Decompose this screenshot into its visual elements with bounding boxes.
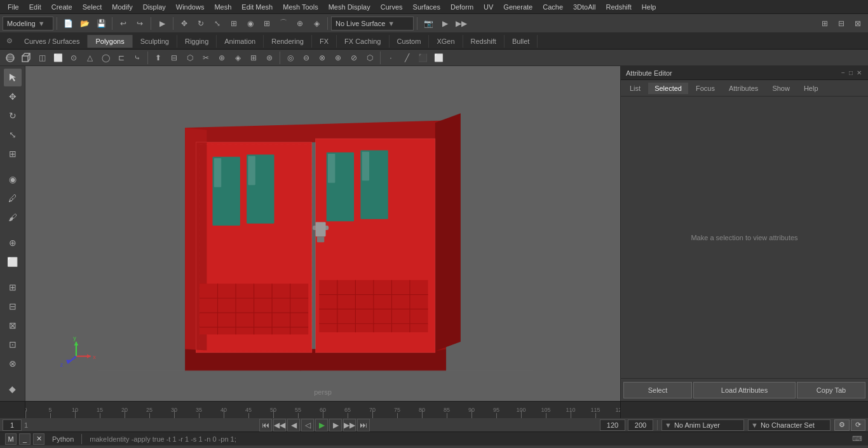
combine-btn[interactable]: ⊕ — [330, 50, 346, 65]
bc-extra-btn2[interactable]: ⟳ — [851, 419, 865, 431]
menu-curves[interactable]: Curves — [376, 2, 408, 12]
menu-edit-mesh[interactable]: Edit Mesh — [236, 2, 278, 12]
snap-view-btn[interactable]: ◈ — [309, 16, 324, 31]
load-attributes-btn[interactable]: Load Attributes — [693, 382, 796, 398]
play-fwd-btn[interactable]: ▶ — [315, 419, 328, 431]
poly-helix-btn[interactable]: ⤷ — [130, 50, 145, 65]
redo-btn[interactable]: ↪ — [132, 16, 147, 31]
maya-icon-btn[interactable]: M — [5, 433, 17, 445]
attr-tab-show[interactable]: Show — [766, 83, 796, 94]
poly-pipe-btn[interactable]: ⊏ — [114, 50, 129, 65]
render-region-tool[interactable]: ⊗ — [4, 355, 22, 372]
tab-xgen[interactable]: XGen — [429, 35, 463, 48]
snap-point-btn[interactable]: ⊕ — [292, 16, 308, 31]
tab-bullet[interactable]: Bullet — [505, 35, 538, 48]
select-edge-btn[interactable]: ╱ — [399, 50, 414, 65]
tab-redshift[interactable]: Redshift — [463, 35, 505, 48]
scale-btn[interactable]: ⤡ — [210, 16, 225, 31]
current-frame-input[interactable] — [3, 419, 22, 431]
render-btn[interactable]: ▶ — [437, 16, 452, 31]
transform-tool[interactable]: ⊞ — [4, 145, 22, 163]
prev-frame-btn[interactable]: ◀ — [287, 419, 300, 431]
tab-rigging[interactable]: Rigging — [177, 35, 217, 48]
tab-sculpting[interactable]: Sculpting — [133, 35, 177, 48]
poly-disc-btn[interactable]: ◯ — [98, 50, 113, 65]
reduce-btn[interactable]: ⬡ — [362, 50, 377, 65]
show-manip-tool[interactable]: ⊕ — [4, 234, 22, 252]
char-set-dropdown[interactable]: ▼ No Character Set — [748, 419, 831, 431]
attr-tab-selected[interactable]: Selected — [648, 83, 688, 94]
step-fwd-btn[interactable]: ▶▶ — [343, 419, 356, 431]
poly-plane-btn[interactable]: ⬜ — [50, 50, 65, 65]
camera-btn[interactable]: 📷 — [421, 16, 436, 31]
layout3-btn[interactable]: ⊠ — [850, 16, 865, 31]
marquee-tool[interactable]: ⬜ — [4, 253, 22, 271]
snap-grid-btn[interactable]: ⊞ — [259, 16, 275, 31]
menu-uv[interactable]: UV — [478, 2, 498, 12]
menu-deform[interactable]: Deform — [445, 2, 478, 12]
soft-mod-tool[interactable]: ◉ — [4, 170, 22, 188]
settings-gear-icon[interactable]: ⚙ — [3, 34, 17, 48]
select-vert-btn[interactable]: · — [383, 50, 398, 65]
minimize-btn[interactable]: _ — [19, 433, 31, 445]
extrude-btn[interactable]: ⬆ — [151, 50, 166, 65]
connect-btn[interactable]: ⊕ — [214, 50, 229, 65]
tab-polygons[interactable]: Polygons — [88, 35, 132, 48]
arnold-tool[interactable]: ◆ — [4, 380, 22, 398]
bc-extra-btn1[interactable]: ⚙ — [834, 419, 850, 431]
close-window-btn[interactable]: ✕ — [33, 433, 44, 445]
snap3-tool[interactable]: ⊠ — [4, 316, 22, 334]
snap4-tool[interactable]: ⊡ — [4, 336, 22, 353]
new-file-btn[interactable]: 📄 — [60, 16, 76, 31]
tab-custom[interactable]: Custom — [390, 35, 430, 48]
tab-curves-surfaces[interactable]: Curves / Surfaces — [17, 35, 88, 48]
paint-tool[interactable]: 🖌 — [4, 208, 22, 226]
select-uv-btn[interactable]: ⬜ — [431, 50, 446, 65]
poly-sphere-btn[interactable] — [3, 50, 18, 65]
anim-layer-dropdown[interactable]: ▼ No Anim Layer — [661, 419, 744, 431]
poly-cylinder-btn[interactable]: ◫ — [34, 50, 50, 65]
viewport-3d[interactable]: View Shading Lighting Show Renderer Pane… — [25, 66, 620, 401]
attr-restore-btn[interactable]: □ — [848, 69, 854, 76]
snap-tool[interactable]: ⊞ — [4, 278, 22, 296]
tab-animation[interactable]: Animation — [217, 35, 264, 48]
open-file-btn[interactable]: 📂 — [77, 16, 92, 31]
workspace-dropdown[interactable]: Modeling ▼ — [3, 17, 53, 31]
mirror-btn[interactable]: ⊖ — [299, 50, 314, 65]
smooth-btn[interactable]: ◎ — [283, 50, 298, 65]
range-end-input[interactable] — [628, 419, 653, 431]
select-tool[interactable] — [4, 69, 22, 86]
menu-surfaces[interactable]: Surfaces — [408, 2, 445, 12]
tab-fx-caching[interactable]: FX Caching — [337, 35, 389, 48]
play-back-btn[interactable]: ◁ — [301, 419, 314, 431]
menu-3dtoall[interactable]: 3DtoAll — [568, 2, 600, 12]
menu-display[interactable]: Display — [138, 2, 171, 12]
soft-select-btn[interactable]: ◉ — [243, 16, 258, 31]
poly-cone-btn[interactable]: △ — [82, 50, 97, 65]
range-start-input[interactable] — [600, 419, 625, 431]
menu-cache[interactable]: Cache — [538, 2, 568, 12]
attr-tab-help[interactable]: Help — [797, 83, 825, 94]
menu-select[interactable]: Select — [78, 2, 107, 12]
separate-btn[interactable]: ⊘ — [346, 50, 362, 65]
save-file-btn[interactable]: 💾 — [93, 16, 109, 31]
boolean-btn[interactable]: ⊗ — [315, 50, 330, 65]
timeline-ruler[interactable]: 0510152025303540455055606570758085909510… — [25, 402, 620, 418]
go-to-end-btn[interactable]: ⏭ — [357, 419, 370, 431]
target-weld-btn[interactable]: ⊛ — [262, 50, 277, 65]
move-tool[interactable]: ✥ — [4, 88, 22, 105]
menu-help[interactable]: Help — [637, 2, 661, 12]
menu-redshift[interactable]: Redshift — [600, 2, 636, 12]
script-editor-btn[interactable]: ⌨ — [851, 433, 863, 445]
copy-tab-btn[interactable]: Copy Tab — [797, 382, 865, 398]
menu-edit[interactable]: Edit — [24, 2, 46, 12]
tab-fx[interactable]: FX — [312, 35, 337, 48]
select-face-btn[interactable]: ⬛ — [415, 50, 430, 65]
select-mode-btn[interactable]: ▶ — [154, 16, 170, 31]
render-seq-btn[interactable]: ▶▶ — [454, 16, 469, 31]
next-frame-btn[interactable]: ▶ — [329, 419, 342, 431]
undo-btn[interactable]: ↩ — [116, 16, 131, 31]
rotate-btn[interactable]: ↻ — [193, 16, 208, 31]
poly-cube-btn[interactable] — [18, 50, 34, 65]
rotate-tool[interactable]: ↻ — [4, 107, 22, 125]
